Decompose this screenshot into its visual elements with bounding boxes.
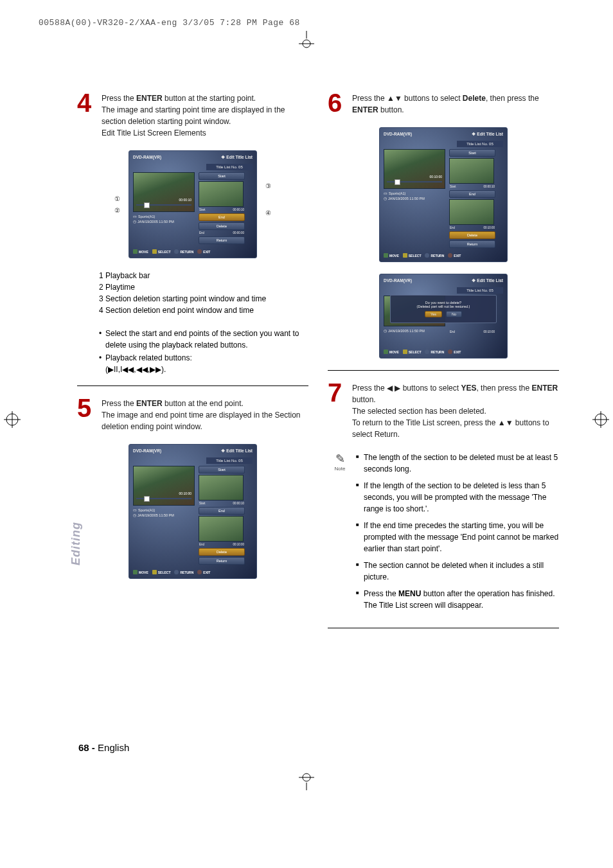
note-label: Note: [330, 466, 350, 472]
osd-title-no: Title List No. 05: [457, 287, 503, 294]
t: SELECT: [409, 254, 422, 258]
t: The image and starting point time are di…: [102, 105, 285, 126]
osd-progress: 00:00:10: [136, 203, 191, 208]
osd-progress: 00:10:00: [387, 180, 442, 184]
page-footer: 68 - English: [78, 742, 129, 753]
osd-start-thumb: [199, 475, 244, 500]
t: 00:10:00: [483, 330, 495, 333]
osd-end-btn: End: [199, 213, 245, 221]
osd-start-btn: Start: [199, 172, 245, 180]
osd-end-btn: End: [449, 190, 495, 198]
note-item: If the end time precedes the starting ti…: [356, 520, 559, 554]
osd-menu-title: ❖ Edit Title List: [472, 132, 503, 137]
t: ENTER: [352, 105, 378, 114]
move-icon: [384, 350, 388, 354]
t: MOVE: [389, 350, 399, 354]
t: End: [199, 231, 204, 235]
callout-3: ③: [265, 182, 271, 190]
osd-info: ◷ JAN/19/2005 11:50 PM: [384, 329, 445, 334]
t: ENTER: [532, 384, 558, 393]
divider: [328, 370, 559, 371]
osd-preview: 00:10:00: [133, 466, 195, 506]
callout-1: ①: [114, 195, 120, 202]
t: Start: [450, 185, 456, 188]
step-6-text: Press the ▲▼ buttons to select Delete, t…: [352, 90, 559, 116]
note-list: The length of the section to be deleted …: [356, 452, 559, 616]
exit-icon: [197, 570, 202, 574]
osd-step5: DVD-RAM(VR) ❖ Edit Title List Title List…: [129, 444, 257, 579]
t: EXIT: [203, 250, 210, 254]
t: button.: [352, 395, 376, 404]
t: Press the: [102, 94, 136, 103]
register-mark-left: [4, 411, 21, 430]
osd-media: DVD-RAM(VR): [133, 448, 161, 454]
osd-menu-title: ❖ Edit Title List: [472, 278, 503, 283]
t: , then press the: [486, 94, 539, 103]
osd-delete-btn: Delete: [199, 548, 245, 556]
divider: [77, 385, 308, 386]
step-6-number: 6: [328, 90, 346, 116]
t: button after the operation has finished.: [421, 589, 555, 598]
list-item: 1 Playback bar: [99, 270, 308, 281]
osd-media: DVD-RAM(VR): [384, 278, 412, 283]
dialog-line2: (Deleted part will not be restored.): [395, 305, 492, 308]
t: Press the ▲▼ buttons to select: [352, 94, 463, 103]
t: button at the starting point.: [163, 94, 256, 103]
note-item: If the length of the section to be delet…: [356, 480, 559, 515]
t: Press the: [364, 589, 398, 598]
t: YES: [461, 384, 476, 393]
osd-preview: 00:10:00: [384, 149, 445, 189]
osd-progress-time: 00:00:10: [179, 198, 191, 202]
t: ENTER: [136, 94, 163, 103]
t: RETURN: [431, 254, 444, 258]
t: SELECT: [158, 250, 171, 254]
t: To return to the Title List screen, pres…: [352, 418, 549, 439]
left-column: 4 Press the ENTER button at the starting…: [77, 90, 308, 637]
osd-info-date: JAN/19/2005 11:50 PM: [138, 513, 174, 518]
osd-return-btn: Return: [199, 557, 245, 565]
osd-footer: MOVE SELECT RETURN EXIT: [133, 249, 253, 254]
step-5: 5 Press the ENTER button at the end poin…: [77, 395, 308, 432]
right-column: 6 Press the ▲▼ buttons to select Delete,…: [328, 90, 559, 637]
list-item: Select the start and end points of the s…: [99, 328, 308, 351]
t: Start: [199, 208, 206, 211]
title-icon: ▭: [133, 508, 137, 513]
register-mark-right: [592, 411, 609, 430]
playback-symbols: (▶II,I◀◀,◀◀,▶▶).: [105, 365, 308, 374]
t: SELECT: [158, 571, 171, 574]
return-icon: [425, 350, 429, 354]
note-item: Press the MENU button after the operatio…: [356, 588, 559, 611]
osd-info-title: Sports(A1): [138, 508, 155, 513]
osd-step4: DVD-RAM(VR) ❖ Edit Title List Title List…: [129, 150, 257, 258]
t: The selected section has been deleted.: [352, 407, 486, 416]
t: 00:00:10: [483, 185, 495, 188]
osd-media: DVD-RAM(VR): [384, 132, 412, 137]
exit-icon: [448, 350, 452, 354]
select-icon: [152, 570, 157, 574]
osd-delete-btn: Delete: [199, 222, 245, 230]
title-icon: ▭: [133, 215, 137, 220]
t: EXIT: [454, 254, 461, 258]
t: 00:00:10: [233, 208, 244, 211]
page-content: 4 Press the ENTER button at the starting…: [77, 90, 559, 637]
t: MOVE: [389, 254, 399, 258]
t: MOVE: [139, 250, 148, 254]
return-icon: [425, 253, 429, 258]
step-4-number: 4: [77, 90, 95, 139]
t: Edit Title List Screen Elements: [102, 128, 206, 137]
step-7-text: Press the ◀ ▶ buttons to select YES, the…: [352, 380, 559, 440]
osd-return-btn: Return: [449, 240, 495, 248]
t: RETURN: [180, 571, 193, 574]
t: Edit Title List: [226, 155, 253, 159]
element-list: 1 Playback bar 2 Playtime 3 Section dele…: [99, 270, 308, 316]
osd-menu-title: ❖ Edit Title List: [221, 448, 253, 454]
t: Press the ◀ ▶ buttons to select: [352, 384, 461, 393]
t: End: [450, 226, 455, 229]
callout-2: ②: [114, 207, 120, 214]
crop-mark-bottom: [294, 771, 319, 790]
note-item: The section cannot be deleted when it in…: [356, 560, 559, 583]
page-lang: English: [98, 742, 129, 753]
osd-preview: 00:00:10: [133, 172, 195, 212]
t: EXIT: [203, 571, 210, 574]
move-icon: [133, 570, 138, 574]
